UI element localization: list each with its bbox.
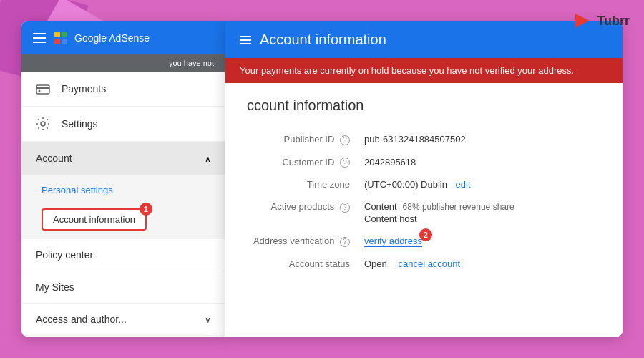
- svg-point-7: [39, 90, 41, 92]
- product-row-2: Content host: [364, 213, 598, 224]
- nav-item-settings[interactable]: Settings: [21, 107, 225, 142]
- badge-2: 2: [419, 228, 432, 241]
- account-info-button[interactable]: Account information 1: [42, 208, 147, 231]
- settings-label: Settings: [62, 118, 98, 130]
- svg-point-8: [41, 122, 45, 126]
- active-products-row: Active products ? Content 68% publisher …: [247, 195, 601, 230]
- cancel-account-link[interactable]: cancel account: [398, 258, 460, 269]
- address-verification-help-icon[interactable]: ?: [340, 237, 350, 247]
- address-verification-value: verify address 2: [361, 230, 601, 253]
- publisher-id-help-icon[interactable]: ?: [340, 135, 350, 145]
- info-table: Publisher ID ? pub-6313241884507502 Cust…: [247, 128, 601, 275]
- main-container: Google AdSense you have not Payments Set…: [21, 21, 623, 337]
- notice-bar: you have not: [21, 54, 225, 72]
- address-verification-label: Address verification ?: [247, 230, 361, 253]
- publisher-id-label: Publisher ID ?: [247, 128, 361, 151]
- adsense-logo-icon: [53, 30, 69, 46]
- active-products-help-icon[interactable]: ?: [340, 203, 350, 213]
- nav-item-payments[interactable]: Payments: [21, 72, 225, 107]
- verify-address-container: verify address 2: [364, 236, 422, 246]
- active-products-list: Content 68% publisher revenue share Cont…: [364, 201, 598, 224]
- right-header-title: Account information: [260, 32, 386, 48]
- svg-marker-0: [575, 14, 590, 28]
- tubrr-logo: Tubrr: [572, 11, 630, 31]
- active-products-value: Content 68% publisher revenue share Cont…: [361, 195, 601, 230]
- publisher-id-row: Publisher ID ? pub-6313241884507502: [247, 128, 601, 151]
- adsense-panel: Google AdSense you have not Payments Set…: [21, 21, 225, 337]
- tubrr-logo-text: Tubrr: [597, 14, 630, 29]
- account-header-label: Account: [36, 153, 72, 164]
- settings-icon: [36, 117, 50, 131]
- address-verification-row: Address verification ? verify address 2: [247, 230, 601, 253]
- badge-1: 1: [140, 203, 152, 216]
- timezone-value: (UTC+00:00) Dublin edit: [361, 173, 601, 195]
- nav-item-policy-center[interactable]: Policy center: [21, 239, 225, 271]
- customer-id-label: Customer ID ?: [247, 151, 361, 174]
- tubrr-icon: [572, 11, 592, 31]
- right-hamburger-icon[interactable]: [240, 36, 251, 44]
- alert-bar: Your payments are currently on hold beca…: [225, 58, 623, 83]
- publisher-id-value: pub-6313241884507502: [361, 128, 601, 151]
- payments-icon: [36, 82, 50, 96]
- sub-nav: Personal settings Account information 1: [21, 175, 225, 239]
- verify-address-link[interactable]: verify address: [364, 236, 422, 247]
- timezone-edit-link[interactable]: edit: [456, 179, 471, 190]
- svg-rect-3: [54, 39, 60, 44]
- hamburger-menu-icon[interactable]: [33, 33, 46, 43]
- revenue-share: 68% publisher revenue share: [403, 202, 514, 212]
- personal-settings-item[interactable]: Personal settings: [21, 178, 225, 203]
- customer-id-help-icon[interactable]: ?: [340, 158, 350, 168]
- timezone-row: Time zone (UTC+00:00) Dublin edit: [247, 173, 601, 195]
- svg-rect-2: [62, 32, 67, 37]
- adsense-header: Google AdSense: [21, 21, 225, 54]
- account-status-row: Account status Open cancel account: [247, 253, 601, 275]
- right-panel-header: Account information: [225, 21, 623, 58]
- content-area: ccount information Publisher ID ? pub-63…: [225, 83, 623, 337]
- account-header[interactable]: Account: [21, 142, 225, 175]
- account-status-value: Open cancel account: [361, 253, 601, 275]
- right-panel: Account information Your payments are cu…: [225, 21, 623, 337]
- account-section: Account Personal settings Account inform…: [21, 142, 225, 239]
- nav-item-my-sites[interactable]: My Sites: [21, 271, 225, 304]
- adsense-logo-area: Google AdSense: [53, 30, 150, 46]
- account-info-item[interactable]: Account information 1: [21, 203, 225, 236]
- timezone-label: Time zone: [247, 173, 361, 195]
- customer-id-value: 2042895618: [361, 151, 601, 174]
- adsense-title: Google AdSense: [74, 32, 150, 44]
- nav-item-access[interactable]: Access and author...: [21, 304, 225, 336]
- svg-rect-6: [36, 87, 49, 90]
- customer-id-row: Customer ID ? 2042895618: [247, 151, 601, 174]
- svg-rect-1: [54, 32, 60, 37]
- active-products-label: Active products ?: [247, 195, 361, 230]
- payments-label: Payments: [62, 83, 106, 95]
- content-title: ccount information: [247, 97, 601, 114]
- chevron-down-icon: [205, 314, 211, 325]
- account-status-label: Account status: [247, 253, 361, 275]
- chevron-up-icon: [205, 152, 211, 165]
- product-row-1: Content 68% publisher revenue share: [364, 201, 598, 212]
- svg-rect-4: [62, 39, 67, 44]
